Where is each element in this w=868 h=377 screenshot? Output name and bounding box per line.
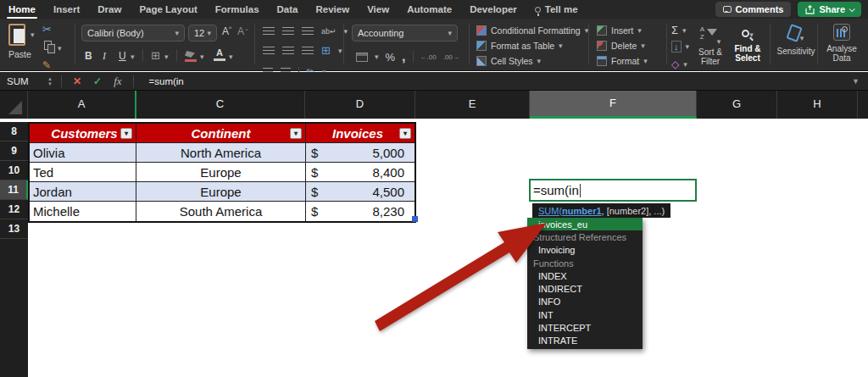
number-format-select[interactable]: Accounting▾ bbox=[352, 25, 458, 42]
cancel-icon[interactable]: ✕ bbox=[73, 75, 81, 87]
comments-button[interactable]: Comments bbox=[715, 2, 792, 17]
align-left-icon[interactable] bbox=[263, 47, 275, 55]
row-header-12[interactable]: 12 bbox=[0, 200, 28, 219]
align-right-icon[interactable] bbox=[302, 47, 314, 55]
tab-formulas[interactable]: Formulas bbox=[215, 4, 259, 14]
format-painter-icon[interactable]: ✎ bbox=[42, 59, 51, 71]
align-middle-icon[interactable] bbox=[282, 27, 294, 36]
tell-me[interactable]: Tell me bbox=[535, 4, 578, 14]
percent-style-button[interactable]: % bbox=[386, 51, 396, 64]
sensitivity-button[interactable]: ▾ Sensitivity bbox=[776, 25, 815, 56]
cell-invoice[interactable]: $ 8,400 bbox=[306, 163, 415, 182]
autocomplete-item-intercept[interactable]: INTERCEPT bbox=[527, 321, 643, 334]
decrease-decimal-button[interactable]: ←.00 bbox=[420, 53, 437, 61]
fill-button[interactable]: ↓▾ bbox=[671, 41, 689, 53]
bold-button[interactable]: B bbox=[85, 50, 92, 62]
autocomplete-item-index[interactable]: INDEX bbox=[527, 269, 643, 282]
autocomplete-item-indirect[interactable]: INDIRECT bbox=[527, 282, 643, 295]
accounting-chevron[interactable]: ▾ bbox=[375, 53, 379, 61]
tab-draw[interactable]: Draw bbox=[97, 4, 121, 14]
font-color-chevron[interactable]: ▾ bbox=[229, 53, 233, 61]
format-as-table-button[interactable]: Format as Table▾ bbox=[476, 41, 563, 51]
copy-icon[interactable] bbox=[44, 41, 52, 50]
tab-review[interactable]: Review bbox=[316, 4, 350, 14]
cell-invoice[interactable]: $ 5,000 bbox=[306, 143, 415, 163]
autosum-button[interactable]: Σ▾ bbox=[671, 24, 687, 36]
borders-icon[interactable]: ⊞ bbox=[151, 49, 160, 62]
column-header-e[interactable]: E bbox=[415, 91, 530, 119]
font-color-button[interactable]: A bbox=[214, 47, 225, 61]
wrap-text-icon[interactable]: ab↵ bbox=[321, 27, 337, 36]
italic-button[interactable]: I bbox=[103, 50, 106, 63]
select-all-corner[interactable] bbox=[0, 91, 28, 119]
tab-insert[interactable]: Insert bbox=[53, 4, 80, 14]
filter-button[interactable]: ▾ bbox=[290, 128, 302, 139]
autocomplete-item-int[interactable]: INT bbox=[527, 308, 643, 321]
insert-function-icon[interactable]: fx bbox=[114, 75, 121, 88]
shrink-font-button[interactable]: A⌄ bbox=[237, 25, 249, 37]
row-header-11[interactable]: 11 bbox=[0, 180, 28, 200]
column-header-c[interactable]: C bbox=[136, 91, 305, 119]
clear-button[interactable]: ◇▾ bbox=[671, 58, 687, 70]
align-bottom-icon[interactable] bbox=[302, 27, 314, 36]
column-header-h[interactable]: H bbox=[777, 91, 858, 119]
cell-customer[interactable]: Ted bbox=[30, 163, 136, 182]
autocomplete-item-invoicing[interactable]: Invoicing bbox=[527, 244, 643, 257]
merge-center-icon[interactable]: ⊞ bbox=[321, 47, 331, 55]
sort-filter-button[interactable]: A Z ▾ Sort & Filter bbox=[693, 25, 727, 66]
filter-button[interactable]: ▾ bbox=[399, 128, 411, 139]
tab-automate[interactable]: Automate bbox=[407, 4, 452, 14]
increase-decimal-button[interactable]: .00→ bbox=[443, 53, 459, 61]
fill-color-chevron[interactable]: ▾ bbox=[200, 53, 204, 61]
name-box[interactable]: SUM bbox=[0, 76, 44, 86]
format-cells-button[interactable]: Format▾ bbox=[597, 56, 648, 66]
active-cell-editor[interactable]: =sum(in bbox=[529, 179, 697, 202]
font-size-select[interactable]: 12▾ bbox=[188, 25, 217, 42]
column-header-a[interactable]: A bbox=[28, 91, 136, 119]
copy-menu-chevron[interactable]: ▾ bbox=[58, 44, 62, 53]
row-header-9[interactable]: 9 bbox=[0, 141, 28, 161]
tab-view[interactable]: View bbox=[367, 4, 389, 14]
autocomplete-item-info[interactable]: INFO bbox=[527, 296, 643, 308]
formula-input[interactable]: =sum(in bbox=[149, 76, 184, 86]
cell-continent[interactable]: North America bbox=[136, 143, 306, 163]
column-header-g[interactable]: G bbox=[697, 91, 777, 119]
header-continent[interactable]: Continent ▾ bbox=[136, 124, 306, 143]
align-center-icon[interactable] bbox=[282, 47, 294, 55]
analyse-data-button[interactable]: Analyse Data bbox=[822, 24, 861, 63]
tab-developer[interactable]: Developer bbox=[470, 4, 517, 14]
autocomplete-item-invoices-eu[interactable]: invoices_eu bbox=[527, 218, 643, 230]
align-top-icon[interactable] bbox=[263, 27, 275, 36]
expand-formula-bar-icon[interactable]: ▼ bbox=[852, 77, 860, 86]
table-resize-handle[interactable] bbox=[412, 216, 418, 222]
row-header-8[interactable]: 8 bbox=[0, 122, 28, 141]
cut-icon[interactable]: ✂ bbox=[42, 23, 52, 36]
comma-style-button[interactable]: , bbox=[402, 49, 405, 64]
delete-cells-button[interactable]: Delete▾ bbox=[597, 41, 645, 51]
underline-chevron[interactable]: ▾ bbox=[131, 53, 135, 61]
tab-data[interactable]: Data bbox=[277, 4, 298, 14]
column-header-d[interactable]: D bbox=[305, 91, 415, 119]
tab-page-layout[interactable]: Page Layout bbox=[139, 4, 197, 14]
cell-continent[interactable]: South America bbox=[136, 202, 306, 221]
font-name-select[interactable]: Calibri (Body)▾ bbox=[81, 25, 185, 42]
autocomplete-item-intrate[interactable]: INTRATE bbox=[527, 335, 643, 347]
cell-continent[interactable]: Europe bbox=[136, 163, 306, 182]
fill-color-button[interactable] bbox=[185, 51, 197, 62]
insert-cells-button[interactable]: Insert▾ bbox=[597, 25, 642, 36]
underline-button[interactable]: U bbox=[119, 50, 126, 62]
name-box-stepper[interactable]: ▲▼ bbox=[44, 76, 56, 86]
paste-button[interactable]: Paste bbox=[8, 24, 31, 59]
cell-customer[interactable]: Olivia bbox=[30, 143, 136, 163]
confirm-icon[interactable]: ✓ bbox=[93, 75, 102, 87]
paste-menu-chevron[interactable]: ▾ bbox=[31, 30, 35, 39]
column-header-f[interactable]: F bbox=[530, 91, 697, 119]
share-button[interactable]: Share bbox=[798, 2, 861, 17]
borders-chevron[interactable]: ▾ bbox=[164, 53, 169, 61]
cell-invoice[interactable]: $ 8,230 bbox=[306, 202, 415, 221]
conditional-formatting-button[interactable]: Conditional Formatting▾ bbox=[476, 25, 588, 36]
cell-styles-button[interactable]: Cell Styles▾ bbox=[476, 56, 541, 66]
header-customers[interactable]: Customers ▾ bbox=[30, 124, 136, 143]
filter-button[interactable]: ▾ bbox=[120, 128, 132, 139]
cell-invoice[interactable]: $ 4,500 bbox=[306, 182, 415, 202]
